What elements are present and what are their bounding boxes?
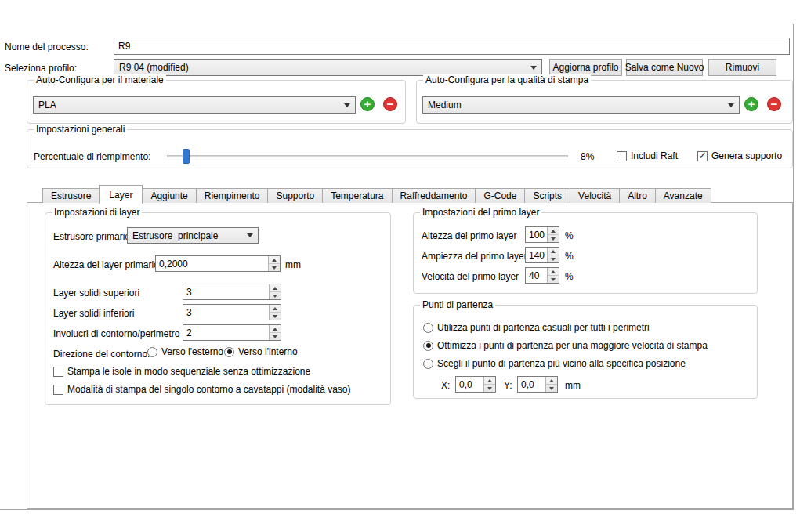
first-layer-width-label: Ampiezza del primo layer <box>422 251 527 262</box>
primary-layer-height-unit: mm <box>285 259 301 270</box>
primary-extruder-label: Estrusore primario <box>53 231 130 242</box>
first-layer-height-value[interactable]: 100 <box>526 227 547 242</box>
spin-down-icon[interactable] <box>546 385 557 392</box>
tab-temperatura[interactable]: Temperatura <box>322 188 392 203</box>
spin-down-icon[interactable] <box>269 264 280 271</box>
start-point-y-value[interactable]: 0,0 <box>518 377 545 392</box>
tab-supporto[interactable]: Supporto <box>267 188 323 203</box>
layer-settings-group: Impostazioni di layer Estrusore primario… <box>45 212 391 405</box>
spin-down-icon[interactable] <box>484 385 495 392</box>
tab-g-code[interactable]: G-Code <box>475 188 525 203</box>
spin-up-icon[interactable] <box>548 248 559 255</box>
tab-layer[interactable]: Layer <box>99 185 143 204</box>
tab-riempimento[interactable]: Riempimento <box>196 188 269 203</box>
spin-down-icon[interactable] <box>548 255 559 262</box>
top-solid-layers-value[interactable]: 3 <box>183 284 269 299</box>
tab-raffreddamento[interactable]: Raffreddamento <box>392 188 476 203</box>
include-raft-checkbox[interactable]: Includi Raft <box>617 150 678 161</box>
remove-material-icon[interactable]: − <box>383 97 397 111</box>
tab-velocit-[interactable]: Velocità <box>570 188 620 203</box>
start-point-y-spin[interactable]: 0,0 <box>517 376 558 393</box>
chevron-down-icon <box>247 233 253 237</box>
first-layer-height-label: Altezza del primo layer <box>422 230 516 241</box>
spin-up-icon[interactable] <box>548 268 559 276</box>
first-layer-group: Impostazioni del primo layer Altezza del… <box>413 212 758 294</box>
tab-aggiunte[interactable]: Aggiunte <box>142 188 196 203</box>
spin-up-icon[interactable] <box>546 377 557 385</box>
spin-buttons <box>547 248 559 262</box>
quality-combobox[interactable]: Medium <box>422 96 740 114</box>
first-layer-width-value[interactable]: 140 <box>526 248 547 262</box>
top-solid-layers-label: Layer solidi superiori <box>53 288 139 299</box>
direction-inside-radio[interactable]: Verso l'interno <box>224 346 298 357</box>
spin-down-icon[interactable] <box>548 276 559 283</box>
update-profile-button[interactable]: Aggiorna profilo <box>549 59 622 76</box>
tab-estrusore[interactable]: Estrusore <box>42 188 100 203</box>
vase-mode-checkbox[interactable]: Modalità di stampa del singolo contorno … <box>53 384 351 395</box>
start-points-choose-radio[interactable]: Scegli il punto di partenza più vicino a… <box>423 358 686 369</box>
remove-button[interactable]: Rimuovi <box>708 59 776 76</box>
start-points-group: Punti di partenza Utilizza punti di part… <box>413 305 758 399</box>
profile-value: R9 04 (modified) <box>119 62 189 73</box>
outline-perimeter-spin[interactable]: 2 <box>183 324 281 341</box>
app-root: { "colors": { "slider_handle": "#3179d0"… <box>0 0 800 532</box>
profile-label: Seleziona profilo: <box>5 63 77 74</box>
spin-down-icon[interactable] <box>270 313 281 320</box>
layer-settings-title: Impostazioni di layer <box>52 207 142 218</box>
primary-layer-height-spin[interactable]: 0,2000 <box>155 255 281 272</box>
slider-handle[interactable] <box>183 149 190 164</box>
spin-up-icon[interactable] <box>484 377 495 385</box>
tab-scripts[interactable]: Scripts <box>524 188 570 203</box>
spin-up-icon[interactable] <box>270 284 281 292</box>
first-layer-width-spin[interactable]: 140 <box>525 247 559 263</box>
primary-layer-height-label: Altezza del layer primario <box>53 259 159 270</box>
first-layer-speed-value[interactable]: 40 <box>526 268 547 283</box>
tab-altro[interactable]: Altro <box>619 188 656 203</box>
auto-configure-material-group: Auto-Configura per il materiale PLA + − <box>27 80 406 124</box>
start-point-x-value[interactable]: 0,0 <box>456 377 483 392</box>
bottom-solid-layers-label: Layer solidi inferiori <box>53 308 134 319</box>
outline-perimeter-value[interactable]: 2 <box>183 325 269 340</box>
material-combobox[interactable]: PLA <box>33 96 356 114</box>
direction-outside-radio[interactable]: Verso l'esterno <box>147 346 223 357</box>
primary-extruder-combobox[interactable]: Estrusore_principale <box>127 227 259 244</box>
first-layer-speed-spin[interactable]: 40 <box>525 267 559 284</box>
spin-up-icon[interactable] <box>269 256 280 264</box>
start-point-unit: mm <box>565 380 581 391</box>
start-point-x-spin[interactable]: 0,0 <box>455 376 496 393</box>
start-points-optimize-radio[interactable]: Ottimizza i punti di partenza per una ma… <box>423 340 708 351</box>
top-solid-layers-spin[interactable]: 3 <box>183 284 281 300</box>
auto-configure-quality-group: Auto-Configura per la qualità di stampa … <box>416 80 793 124</box>
spin-up-icon[interactable] <box>270 325 281 333</box>
spin-buttons <box>545 377 557 392</box>
bottom-solid-layers-value[interactable]: 3 <box>183 305 269 320</box>
process-name-label: Nome del processo: <box>5 42 89 52</box>
spin-down-icon[interactable] <box>270 333 281 340</box>
remove-quality-icon[interactable]: − <box>767 97 781 111</box>
print-islands-label: Stampa le isole in modo sequenziale senz… <box>67 366 310 377</box>
print-islands-checkbox[interactable]: Stampa le isole in modo sequenziale senz… <box>53 366 310 377</box>
tab-avanzate[interactable]: Avanzate <box>655 188 711 203</box>
add-material-icon[interactable]: + <box>360 97 375 111</box>
profile-combobox[interactable]: R9 04 (modified) <box>114 59 542 76</box>
first-layer-height-spin[interactable]: 100 <box>525 226 559 243</box>
add-quality-icon[interactable]: + <box>744 97 758 111</box>
check-icon: ✓ <box>698 150 707 161</box>
spin-buttons <box>547 227 559 242</box>
infill-percentage-slider[interactable] <box>167 148 568 165</box>
spin-down-icon[interactable] <box>548 235 559 242</box>
primary-layer-height-value[interactable]: 0,2000 <box>156 256 268 271</box>
save-as-new-button[interactable]: Salva come Nuovo <box>626 59 703 76</box>
process-name-input[interactable]: R9 <box>114 38 790 55</box>
first-layer-speed-label: Velocità del primo layer <box>422 271 519 282</box>
spin-up-icon[interactable] <box>548 227 559 235</box>
spin-down-icon[interactable] <box>270 292 281 299</box>
first-layer-speed-unit: % <box>565 271 574 282</box>
generate-support-checkbox[interactable]: ✓ Genera supporto <box>697 150 782 161</box>
material-value: PLA <box>38 100 56 110</box>
bottom-solid-layers-spin[interactable]: 3 <box>183 304 281 320</box>
infill-percentage-value: 8% <box>581 151 594 162</box>
spin-up-icon[interactable] <box>270 305 281 313</box>
start-points-random-radio[interactable]: Utilizza punti di partenza casuali per t… <box>423 322 650 333</box>
chevron-down-icon <box>344 103 350 107</box>
